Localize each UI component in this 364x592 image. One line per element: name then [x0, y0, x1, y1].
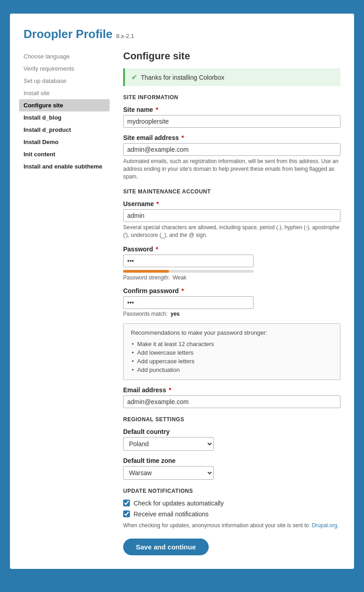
passwords-match-value: yes — [171, 311, 180, 317]
success-message: Thanks for installing Colorbox — [141, 74, 224, 81]
maintenance-account-heading: SITE MAINTENANCE ACCOUNT — [123, 188, 340, 195]
site-name-label: Site name * — [123, 106, 340, 113]
site-email-description: Automated emails, such as registration i… — [123, 158, 340, 180]
check-updates-checkbox[interactable] — [123, 500, 130, 506]
password-input[interactable] — [123, 255, 254, 267]
check-updates-label: Check for updates automatically — [134, 500, 224, 507]
username-label: Username * — [123, 200, 340, 207]
save-button-container: Save and continue — [123, 529, 340, 555]
app-title-bar: Droopler Profile 8.x-2.1 — [24, 27, 340, 41]
layout: Choose language Verify requirements Set … — [24, 50, 340, 555]
password-field: Password * Password strength: Weak — [123, 245, 340, 281]
email-notifications-label: Receive email notifications — [134, 510, 209, 518]
sidebar-item-choose-language[interactable]: Choose language — [24, 50, 110, 63]
recommendations-box: Recommendations to make your password st… — [123, 323, 340, 380]
recommendation-item: Add uppercase letters — [131, 357, 333, 366]
username-required: * — [157, 200, 159, 207]
password-strength-text: Password strength: Weak — [123, 274, 340, 281]
site-email-label: Site email address * — [123, 134, 340, 141]
password-strength-bar — [123, 270, 254, 273]
admin-email-input[interactable] — [123, 395, 340, 408]
site-email-input[interactable] — [123, 143, 340, 156]
sidebar: Choose language Verify requirements Set … — [24, 50, 114, 555]
password-strength-fill — [123, 270, 169, 273]
app-version: 8.x-2.1 — [116, 33, 134, 39]
update-description: When checking for updates, anonymous inf… — [123, 521, 340, 529]
site-name-field: Site name * — [123, 106, 340, 128]
default-timezone-label: Default time zone — [123, 457, 340, 464]
admin-email-field: Email address * — [123, 386, 340, 408]
admin-email-required: * — [169, 386, 171, 394]
success-banner: ✔ Thanks for installing Colorbox — [123, 68, 340, 86]
recommendation-item: Add punctuation — [131, 366, 333, 374]
sidebar-item-set-up-database[interactable]: Set up database — [24, 75, 110, 87]
site-name-required: * — [156, 106, 158, 113]
default-country-field: Default country Poland United States Ger… — [123, 428, 340, 451]
sidebar-item-install-site[interactable]: Install site — [24, 87, 110, 99]
sidebar-item-install-demo[interactable]: Install Demo — [24, 136, 110, 148]
username-field: Username * Several special characters ar… — [123, 200, 340, 239]
sidebar-item-install-d-product[interactable]: Install d_product — [24, 124, 110, 136]
confirm-password-label: Confirm password * — [123, 287, 340, 294]
sidebar-item-configure-site[interactable]: Configure site — [19, 99, 110, 111]
email-notifications-row: Receive email notifications — [123, 510, 340, 518]
confirm-password-input[interactable] — [123, 296, 254, 309]
drupal-org-link[interactable]: Drupal.org — [312, 522, 337, 529]
email-notifications-checkbox[interactable] — [123, 510, 130, 517]
passwords-match-text: Passwords match: yes — [123, 311, 340, 317]
username-description: Several special characters are allowed, … — [123, 224, 340, 239]
site-email-field: Site email address * Automated emails, s… — [123, 134, 340, 180]
sidebar-item-install-subtheme[interactable]: Install and enable subtheme — [24, 160, 110, 173]
default-timezone-field: Default time zone Warsaw UTC London Berl… — [123, 457, 340, 480]
default-timezone-select[interactable]: Warsaw UTC London Berlin Paris — [123, 466, 214, 480]
update-notifications-heading: UPDATE NOTIFICATIONS — [123, 488, 340, 494]
recommendations-title: Recommendations to make your password st… — [131, 329, 333, 336]
main-content: Configure site ✔ Thanks for installing C… — [114, 50, 340, 555]
check-updates-row: Check for updates automatically — [123, 500, 340, 507]
sidebar-item-verify-requirements[interactable]: Verify requirements — [24, 63, 110, 75]
default-country-label: Default country — [123, 428, 340, 435]
password-required: * — [156, 245, 158, 253]
confirm-password-field: Confirm password * Passwords match: yes — [123, 287, 340, 317]
recommendation-item: Make it at least 12 characters — [131, 340, 333, 348]
site-name-input[interactable] — [123, 115, 340, 128]
recommendations-list: Make it at least 12 characters Add lower… — [131, 340, 333, 374]
sidebar-item-init-content[interactable]: Init content — [24, 148, 110, 160]
password-label: Password * — [123, 245, 340, 253]
app-title: Droopler Profile — [24, 27, 112, 41]
main-card: Droopler Profile 8.x-2.1 Choose language… — [10, 14, 354, 569]
page-title: Configure site — [123, 50, 340, 62]
site-email-required: * — [182, 134, 184, 141]
recommendation-item: Add lowercase letters — [131, 348, 333, 357]
username-input[interactable] — [123, 209, 340, 222]
site-information-heading: SITE INFORMATION — [123, 94, 340, 101]
check-icon: ✔ — [131, 73, 137, 82]
admin-email-label: Email address * — [123, 386, 340, 394]
default-country-select[interactable]: Poland United States Germany France Unit… — [123, 437, 214, 451]
save-continue-button[interactable]: Save and continue — [123, 539, 209, 555]
sidebar-item-install-d-blog[interactable]: Install d_blog — [24, 111, 110, 124]
confirm-password-required: * — [182, 287, 184, 294]
regional-settings-heading: REGIONAL SETTINGS — [123, 416, 340, 423]
